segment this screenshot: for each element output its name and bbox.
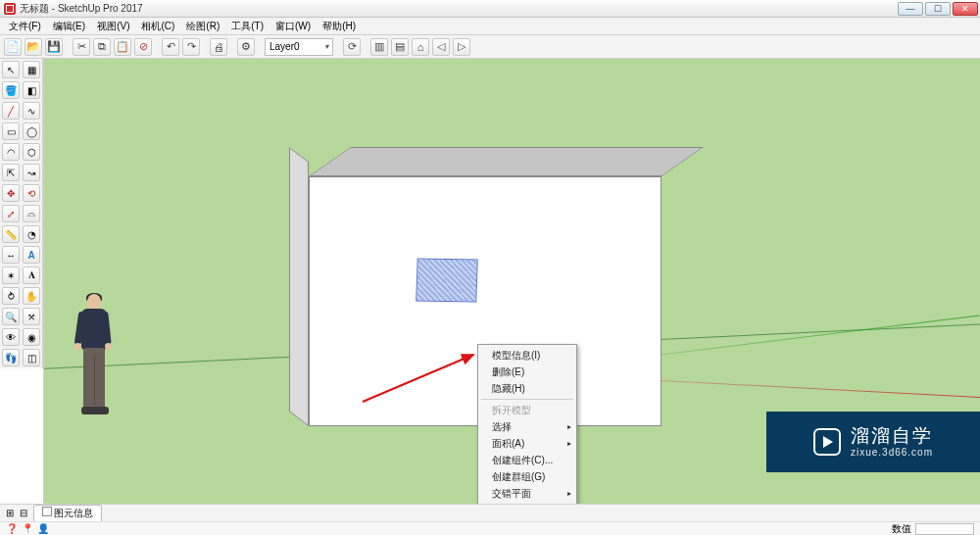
new-file-button[interactable]: 📄 bbox=[4, 38, 22, 56]
pan-tool[interactable]: ✋ bbox=[23, 287, 40, 305]
menu-edit[interactable]: 编辑(E) bbox=[48, 18, 90, 35]
status-bar: ❓ 📍 👤 数值 bbox=[0, 521, 980, 535]
extension-button[interactable]: ▤ bbox=[391, 38, 409, 56]
offset-tool[interactable]: ⌓ bbox=[23, 205, 40, 222]
rotate-tool[interactable]: ⟲ bbox=[23, 184, 40, 202]
selected-face[interactable] bbox=[416, 258, 478, 302]
section-tool[interactable]: ◫ bbox=[23, 349, 40, 366]
menu-bar: 文件(F) 编辑(E) 视图(V) 相机(C) 绘图(R) 工具(T) 窗口(W… bbox=[0, 18, 980, 35]
paint-tool[interactable]: 🪣 bbox=[2, 81, 20, 99]
redo-button[interactable]: ↷ bbox=[182, 38, 200, 56]
select-tool[interactable]: ↖ bbox=[2, 61, 20, 78]
save-button[interactable]: 💾 bbox=[45, 38, 63, 56]
ctx-[interactable]: 交错平面 bbox=[478, 485, 576, 502]
menu-camera[interactable]: 相机(C) bbox=[136, 18, 179, 35]
entity-info-tab[interactable]: 图元信息 bbox=[33, 505, 102, 522]
box-side-face[interactable] bbox=[289, 147, 309, 426]
move-tool[interactable]: ✥ bbox=[2, 184, 20, 202]
maximize-button[interactable]: ☐ bbox=[925, 2, 951, 16]
menu-draw[interactable]: 绘图(R) bbox=[181, 18, 224, 35]
delete-button[interactable]: ⊘ bbox=[134, 38, 152, 56]
context-menu: 模型信息(I)删除(E)隐藏(H)拆开模型选择面积(A)创建组件(C)...创建… bbox=[477, 344, 577, 504]
tape-tool[interactable]: 📏 bbox=[2, 225, 20, 243]
line-tool[interactable]: ╱ bbox=[2, 102, 20, 120]
menu-help[interactable]: 帮助(H) bbox=[318, 18, 361, 35]
protractor-tool[interactable]: ◔ bbox=[23, 225, 40, 243]
prev-view-button[interactable]: ◁ bbox=[432, 38, 450, 56]
axes-tool[interactable]: ✶ bbox=[2, 267, 20, 284]
ctx-E[interactable]: 删除(E) bbox=[478, 364, 576, 380]
look-around-tool[interactable]: ◉ bbox=[23, 328, 40, 346]
ctx-I[interactable]: 模型信息(I) bbox=[478, 347, 576, 364]
eraser-tool[interactable]: ◧ bbox=[23, 81, 40, 99]
zoom-extents-tool[interactable]: ⤧ bbox=[23, 308, 40, 325]
close-button[interactable]: ✕ bbox=[953, 2, 978, 16]
tray-toggle-icon[interactable]: ⊞ bbox=[6, 508, 14, 518]
undo-button[interactable]: ↶ bbox=[162, 38, 179, 56]
3dtext-tool[interactable]: 𝐀 bbox=[23, 267, 40, 284]
arc-tool[interactable]: ◠ bbox=[2, 143, 20, 161]
orbit-tool[interactable]: ⥁ bbox=[2, 287, 20, 305]
layer-current: Layer0 bbox=[270, 41, 300, 52]
menu-window[interactable]: 窗口(W) bbox=[270, 18, 316, 35]
circle-tool[interactable]: ◯ bbox=[23, 122, 40, 140]
ctx-: 拆开模型 bbox=[478, 402, 576, 418]
warehouse-button[interactable]: ▥ bbox=[370, 38, 388, 56]
menu-file[interactable]: 文件(F) bbox=[4, 18, 46, 35]
ctx-C[interactable]: 创建组件(C)... bbox=[478, 452, 576, 468]
tray-collapse-icon[interactable]: ⊟ bbox=[20, 508, 27, 518]
zoom-tool[interactable]: 🔍 bbox=[2, 308, 20, 325]
open-file-button[interactable]: 📂 bbox=[24, 38, 42, 56]
ctx-A[interactable]: 面积(A) bbox=[478, 435, 576, 452]
refresh-button[interactable]: ⟳ bbox=[343, 38, 361, 56]
ctx-[interactable]: 选择 bbox=[478, 418, 576, 435]
paste-button[interactable]: 📋 bbox=[114, 38, 131, 56]
rectangle-tool[interactable]: ▭ bbox=[2, 122, 20, 140]
vcb-input[interactable] bbox=[915, 523, 974, 535]
bottom-tab-strip: ⊞ ⊟ 图元信息 bbox=[0, 504, 980, 521]
dimension-tool[interactable]: ↔ bbox=[2, 246, 20, 264]
ctx-G[interactable]: 创建群组(G) bbox=[478, 468, 576, 485]
vcb-label: 数值 bbox=[892, 522, 911, 536]
next-view-button[interactable]: ▷ bbox=[453, 38, 470, 56]
main-toolbar: 📄 📂 💾 ✂ ⧉ 📋 ⊘ ↶ ↷ 🖨 ⚙ Layer0 ⟳ ▥ ▤ ⌂ ◁ ▷ bbox=[0, 35, 980, 59]
make-component-tool[interactable]: ▦ bbox=[23, 61, 40, 78]
status-hint-icon[interactable]: ❓ bbox=[6, 523, 18, 534]
text-tool[interactable]: A bbox=[23, 246, 40, 264]
scale-figure[interactable] bbox=[74, 294, 119, 421]
minimize-button[interactable]: — bbox=[898, 2, 923, 16]
window-title: 无标题 - SketchUp Pro 2017 bbox=[20, 2, 143, 16]
model-settings-button[interactable]: ⚙ bbox=[237, 38, 255, 56]
titlebar: 无标题 - SketchUp Pro 2017 — ☐ ✕ bbox=[0, 0, 980, 18]
play-icon bbox=[813, 428, 841, 456]
followme-tool[interactable]: ↝ bbox=[23, 164, 40, 181]
viewport[interactable]: 模型信息(I)删除(E)隐藏(H)拆开模型选择面积(A)创建组件(C)...创建… bbox=[43, 59, 980, 504]
freehand-tool[interactable]: ∿ bbox=[23, 102, 40, 120]
walk-tool[interactable]: 👣 bbox=[2, 349, 20, 366]
ctx-H[interactable]: 隐藏(H) bbox=[478, 380, 576, 397]
app-icon bbox=[4, 3, 16, 15]
tool-palette: ↖ ▦ 🪣 ◧ ╱ ∿ ▭ ◯ ◠ ⬡ ⇱ ↝ ✥ ⟲ ⤢ ⌓ 📏 ◔ ↔ A … bbox=[0, 59, 43, 368]
home-view-button[interactable]: ⌂ bbox=[412, 38, 429, 56]
cut-button[interactable]: ✂ bbox=[73, 38, 90, 56]
print-button[interactable]: 🖨 bbox=[210, 38, 227, 56]
watermark-url: zixue.3d66.com bbox=[851, 447, 933, 458]
box-top-face[interactable] bbox=[309, 147, 704, 176]
polygon-tool[interactable]: ⬡ bbox=[23, 143, 40, 161]
watermark-brand: 溜溜自学 bbox=[851, 426, 933, 447]
status-user-icon[interactable]: 👤 bbox=[37, 523, 49, 534]
menu-view[interactable]: 视图(V) bbox=[92, 18, 134, 35]
layer-dropdown[interactable]: Layer0 bbox=[265, 38, 333, 56]
scale-tool[interactable]: ⤢ bbox=[2, 205, 20, 222]
window-controls: — ☐ ✕ bbox=[898, 2, 980, 16]
status-geo-icon[interactable]: 📍 bbox=[22, 523, 33, 534]
watermark: 溜溜自学 zixue.3d66.com bbox=[766, 412, 980, 472]
position-camera-tool[interactable]: 👁 bbox=[2, 328, 20, 346]
menu-tools[interactable]: 工具(T) bbox=[226, 18, 269, 35]
pushpull-tool[interactable]: ⇱ bbox=[2, 164, 20, 181]
copy-button[interactable]: ⧉ bbox=[93, 38, 111, 56]
